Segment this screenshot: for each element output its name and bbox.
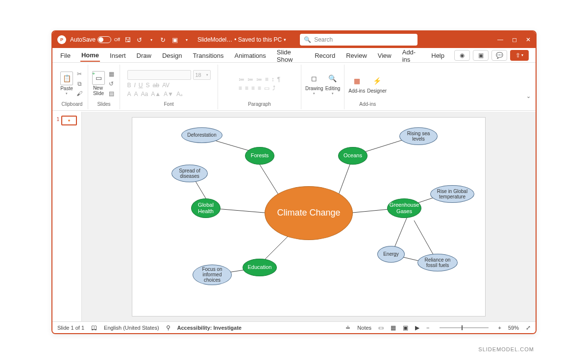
present-icon[interactable]: ▣ — [171, 36, 179, 44]
section-icon[interactable]: ▤ — [107, 90, 116, 97]
language-button[interactable]: English (United States) — [104, 325, 159, 331]
zoom-in-button[interactable]: + — [498, 325, 501, 331]
node-fossil-fuels[interactable]: Reliance on fossil fuels — [417, 254, 458, 271]
tab-help[interactable]: Help — [430, 49, 445, 61]
node-rising-sea[interactable]: Rising sea levels — [399, 127, 438, 145]
grow-font-button[interactable]: A▲ — [151, 91, 161, 97]
tab-addins[interactable]: Add-ins — [401, 46, 422, 65]
tab-animations[interactable]: Animations — [234, 49, 267, 61]
tab-draw[interactable]: Draw — [136, 49, 152, 61]
chevron-down-icon: ▾ — [284, 37, 286, 42]
shadow-button[interactable]: S — [146, 82, 150, 89]
zoom-slider[interactable] — [440, 327, 489, 328]
present-coach-button[interactable]: ▣ — [473, 50, 489, 61]
layout-icon[interactable]: ▦ — [107, 70, 116, 78]
numbering-button[interactable]: ≔ — [247, 76, 253, 83]
ribbon-home: 📋 Paste ▾ ✂ ⧉ 🖌 Clipboard ▭＋ — [52, 63, 536, 111]
font-family-input[interactable] — [127, 70, 191, 80]
node-education[interactable]: Education — [243, 259, 277, 276]
undo-icon[interactable]: ↺ — [136, 36, 144, 44]
qat-more-icon[interactable]: ▾ — [183, 36, 191, 44]
autosave-toggle[interactable]: AutoSave Off — [70, 36, 120, 43]
tab-slideshow[interactable]: Slide Show — [276, 46, 305, 65]
align-left-button[interactable]: ≡ — [239, 85, 242, 92]
tab-home[interactable]: Home — [80, 49, 100, 62]
normal-view-button[interactable]: ▭ — [378, 324, 384, 331]
tab-review[interactable]: Review — [345, 49, 368, 61]
text-direction-button[interactable]: ¶ — [277, 76, 280, 83]
switch-icon[interactable] — [98, 36, 111, 43]
share-button[interactable]: ⇧▾ — [510, 50, 529, 61]
columns-button[interactable]: ▭ — [264, 85, 270, 92]
node-forests[interactable]: Forests — [245, 147, 274, 165]
copy-icon[interactable]: ⧉ — [75, 80, 84, 88]
node-greenhouse[interactable]: Greenhouse Gases — [387, 198, 421, 218]
new-slide-button[interactable]: ▭＋ New Slide — [92, 71, 105, 96]
align-right-button[interactable]: ≡ — [251, 85, 255, 92]
tab-view[interactable]: View — [377, 49, 392, 61]
node-oceans[interactable]: Oceans — [338, 147, 368, 165]
slide-thumb-1[interactable]: 1 — [54, 116, 79, 125]
node-spread-diseases[interactable]: Spread of diseases — [172, 165, 208, 182]
restore-button[interactable]: ◻ — [512, 36, 517, 43]
decrease-indent-button[interactable]: ≡ — [265, 76, 269, 83]
drawing-button[interactable]: ◻ Drawing ▾ — [305, 72, 323, 96]
italic-button[interactable]: I — [134, 82, 136, 89]
document-title[interactable]: SlideModel… • Saved to this PC ▾ — [197, 36, 286, 43]
node-center[interactable]: Climate Change — [265, 186, 353, 240]
close-button[interactable]: ✕ — [526, 36, 531, 43]
node-rise-temp[interactable]: Rise in Global temperature — [430, 185, 474, 203]
font-size-input[interactable]: 18▾ — [193, 70, 211, 80]
editing-button[interactable]: 🔍 Editing ▾ — [325, 72, 341, 96]
slide-count[interactable]: Slide 1 of 1 — [57, 325, 84, 331]
sorter-view-button[interactable]: ▦ — [391, 324, 396, 331]
paste-button[interactable]: 📋 Paste ▾ — [60, 72, 73, 96]
zoom-level[interactable]: 59% — [508, 325, 519, 331]
node-focus-choices[interactable]: Focus on informed choices — [193, 265, 232, 285]
addins-button[interactable]: ▦ Add-ins — [348, 74, 365, 94]
reset-icon[interactable]: ↺ — [107, 80, 116, 88]
spacing-button[interactable]: AV — [162, 82, 170, 89]
shrink-font-button[interactable]: A▼ — [164, 91, 173, 97]
change-case-button[interactable]: Aa — [141, 91, 148, 97]
smartart-button[interactable]: ⤴ — [272, 85, 275, 92]
tab-record[interactable]: Record — [314, 49, 336, 61]
minimize-button[interactable]: — — [497, 36, 503, 43]
tab-file[interactable]: File — [59, 49, 72, 61]
slideshow-view-button[interactable]: ▶ — [415, 324, 419, 331]
designer-button[interactable]: ⚡ Designer — [367, 74, 387, 94]
bullets-button[interactable]: ≔ — [239, 76, 245, 83]
tab-insert[interactable]: Insert — [109, 49, 127, 61]
notes-button[interactable]: Notes — [357, 325, 371, 331]
font-color-button[interactable]: A — [127, 91, 131, 97]
fit-window-button[interactable]: ⤢ — [526, 324, 531, 331]
slide-canvas[interactable]: Climate Change Forests Oceans Global Hea… — [132, 118, 485, 316]
list-level-button[interactable]: ≔ — [256, 76, 262, 83]
camera-record-button[interactable]: ◉ — [454, 50, 470, 61]
node-deforestation[interactable]: Deforestation — [181, 127, 222, 143]
node-energy[interactable]: Energy — [377, 246, 405, 263]
justify-button[interactable]: ≡ — [258, 85, 261, 92]
accessibility-button[interactable]: Accessibility: Investigate — [177, 325, 242, 331]
highlight-button[interactable]: A — [134, 91, 138, 97]
align-center-button[interactable]: ≡ — [245, 85, 248, 92]
node-global-health[interactable]: Global Health — [191, 198, 220, 218]
format-painter-icon[interactable]: 🖌 — [75, 90, 84, 97]
undo-more-icon[interactable]: ▾ — [147, 36, 155, 44]
search-input[interactable]: 🔍 Search — [300, 34, 417, 46]
redo-icon[interactable]: ↻ — [159, 36, 167, 44]
line-spacing-button[interactable]: ↕ — [271, 76, 274, 83]
underline-button[interactable]: U — [139, 82, 143, 89]
strike-button[interactable]: ab — [153, 82, 159, 89]
comments-button[interactable]: 💬 — [491, 50, 507, 61]
bold-button[interactable]: B — [127, 82, 131, 89]
slide-editor[interactable]: Climate Change Forests Oceans Global Hea… — [82, 112, 536, 321]
collapse-ribbon-button[interactable]: ⌄ — [526, 93, 531, 99]
cut-icon[interactable]: ✂ — [75, 70, 84, 78]
reading-view-button[interactable]: ▣ — [403, 324, 408, 331]
save-icon[interactable]: 🖫 — [124, 36, 132, 44]
clear-format-button[interactable]: Aₐ — [176, 91, 183, 97]
zoom-out-button[interactable]: − — [426, 325, 429, 331]
tab-design[interactable]: Design — [161, 49, 183, 61]
tab-transitions[interactable]: Transitions — [192, 49, 224, 61]
